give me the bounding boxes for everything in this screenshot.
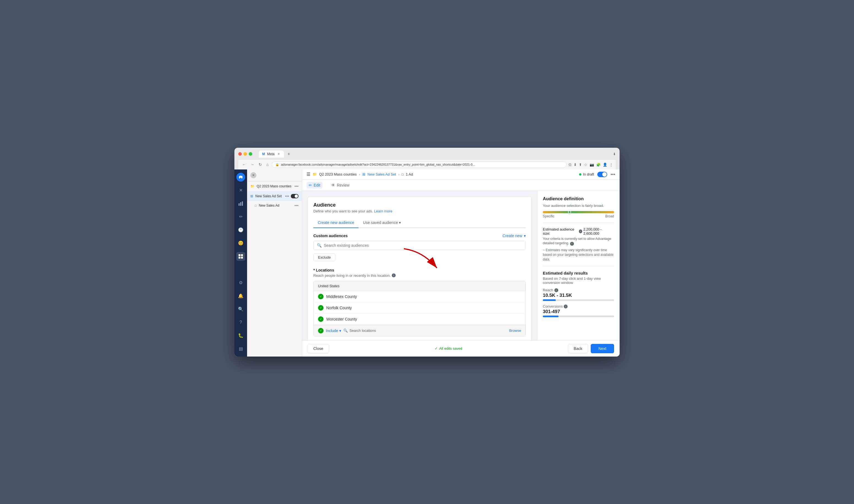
forward-nav-button[interactable]: →	[249, 162, 255, 167]
extensions-icon[interactable]: 🧩	[596, 163, 601, 167]
locations-section: * Locations Reach people living in or re…	[313, 268, 526, 337]
ad-icon: □	[255, 204, 257, 207]
estimate-note: ~ Estimates may vary significantly over …	[543, 248, 614, 262]
back-nav-button[interactable]: ←	[241, 162, 247, 167]
reach-info-icon[interactable]: i	[555, 288, 558, 292]
browser-menu-icon[interactable]: ⋮	[610, 163, 613, 167]
close-button[interactable]: Close	[308, 344, 329, 353]
sidebar-bug-icon[interactable]: 🐛	[236, 331, 245, 340]
tab-close-icon[interactable]: ✕	[277, 152, 280, 156]
est-size-value: 2,200,000 - 2,600,000	[583, 227, 614, 235]
back-button[interactable]: Back	[568, 344, 588, 353]
share-icon[interactable]: ⬆	[579, 163, 582, 167]
sidebar-grid-icon[interactable]	[236, 252, 245, 261]
conversions-bar-fill	[543, 316, 559, 317]
sidebar-face-icon[interactable]: 😊	[236, 239, 245, 248]
breadcrumb-adset[interactable]: New Sales Ad Set	[367, 172, 396, 176]
home-nav-button[interactable]: ⌂	[265, 162, 270, 167]
sidebar-search-icon[interactable]: 🔍	[236, 305, 245, 313]
sidebar-help-icon[interactable]: ?	[236, 318, 245, 327]
tab-create-new-audience[interactable]: Create new audience	[313, 218, 359, 228]
custom-audiences-header: Custom audiences Create new ▾	[313, 234, 526, 238]
create-new-chevron: ▾	[524, 234, 526, 238]
tab-use-saved-audience[interactable]: Use saved audience ▾	[359, 218, 405, 228]
location-name-worcester: Worcester County	[326, 317, 357, 321]
collapse-sidebar-icon[interactable]: ☰	[307, 172, 310, 177]
locations-info-icon[interactable]: i	[392, 273, 396, 277]
address-bar-row: ← → ↻ ⌂ 🔒 adsmanager.facebook.com/adsman…	[238, 160, 616, 169]
url-text: adsmanager.facebook.com/adsmanager/manag…	[281, 163, 563, 166]
create-new-button[interactable]: Create new ▾	[503, 234, 526, 238]
location-item-worcester: ✓ Worcester County	[314, 313, 526, 325]
sidebar-close-button[interactable]: ✕	[250, 172, 256, 178]
sidebar-panels-icon[interactable]: ▤	[236, 344, 245, 353]
save-status: ✓ All edits saved	[435, 346, 462, 350]
status-toggle[interactable]	[597, 172, 607, 177]
saved-audience-chevron: ▾	[399, 220, 401, 225]
refresh-nav-button[interactable]: ↻	[257, 162, 263, 167]
campaign-sidebar-header: ✕	[247, 169, 302, 181]
learn-more-link[interactable]: Learn more	[374, 209, 392, 213]
est-size-info-icon[interactable]: i	[579, 230, 582, 233]
create-new-label: Create new	[503, 234, 522, 238]
bottom-bar: Close ✓ All edits saved Back Next	[302, 340, 620, 357]
address-bar[interactable]: 🔒 adsmanager.facebook.com/adsmanager/man…	[272, 161, 566, 168]
audience-title: Audience	[313, 202, 526, 208]
criteria-note: Your criteria is currently set to allow …	[543, 237, 614, 246]
breadcrumb: ☰ 📁 Q2 2023 Mass counties › ⊞ New Sales …	[307, 172, 413, 177]
sidebar-chart-icon[interactable]	[236, 199, 245, 208]
audience-definition-title: Audience definition	[543, 196, 614, 201]
svg-rect-6	[238, 254, 240, 256]
exclude-button[interactable]: Exclude	[313, 253, 335, 262]
active-tab[interactable]: M Meta ✕	[259, 150, 284, 158]
sidebar-close-icon[interactable]: ✕	[236, 186, 245, 195]
location-check-icon: ✓	[318, 305, 324, 311]
adset-item[interactable]: ⊞ New Sales Ad Set •••	[247, 191, 302, 201]
download-icon[interactable]: ⬇	[574, 163, 577, 167]
edit-label: Edit	[314, 183, 320, 187]
adset-more-icon[interactable]: •••	[285, 194, 289, 198]
adset-toggle[interactable]	[291, 194, 298, 198]
more-options-icon[interactable]: •••	[611, 172, 615, 177]
status-badge: In draft	[579, 172, 594, 176]
locations-box: United States ✓ Middlesex County ✓ Norfo…	[313, 281, 526, 337]
ad-item[interactable]: □ New Sales Ad •••	[247, 201, 302, 210]
sidebar-bell-icon[interactable]: 🔔	[236, 292, 245, 301]
main-panel-wrapper: Audience Define who you want to see your…	[302, 191, 537, 340]
profile-icon[interactable]: 👤	[603, 163, 607, 167]
audience-search-box[interactable]: 🔍	[313, 241, 526, 250]
new-tab-button[interactable]: +	[286, 151, 292, 157]
minimize-window-button[interactable]	[243, 152, 247, 156]
edit-button[interactable]: ✏ Edit	[307, 182, 323, 188]
camera-icon[interactable]: 📷	[589, 163, 594, 167]
audience-search-input[interactable]	[324, 243, 522, 248]
location-search: 🔍 Search locations	[343, 328, 507, 332]
campaign-more-icon[interactable]: •••	[294, 184, 298, 188]
close-window-button[interactable]	[238, 152, 242, 156]
review-button[interactable]: 👁 Review	[329, 182, 351, 188]
meta-logo[interactable]	[236, 173, 245, 182]
ad-more-icon[interactable]: •••	[294, 203, 298, 208]
sidebar-settings-icon[interactable]: ⚙	[236, 278, 245, 287]
star-icon[interactable]: ☆	[584, 163, 587, 167]
location-search-icon: 🔍	[343, 328, 348, 332]
conversions-bar-bg	[543, 316, 614, 317]
criteria-info-icon[interactable]: i	[570, 242, 574, 246]
sidebar-edit-icon[interactable]: ✏	[236, 212, 245, 221]
browse-button[interactable]: Browse	[509, 328, 521, 332]
include-dropdown[interactable]: Include ▾	[326, 328, 341, 333]
conversions-info-icon[interactable]: i	[564, 305, 568, 308]
maximize-window-button[interactable]	[249, 152, 252, 156]
conversions-label: Conversions i	[543, 304, 614, 308]
next-button[interactable]: Next	[591, 344, 614, 353]
conversions-value: 301-497	[543, 309, 614, 314]
reach-value: 10.5K - 31.5K	[543, 293, 614, 298]
status-dot	[579, 173, 581, 176]
campaign-item[interactable]: 📁 Q2 2023 Mass counties •••	[247, 181, 302, 191]
maximize-icon[interactable]: ⬇	[613, 152, 616, 156]
divider-2	[543, 266, 614, 266]
specific-label: Specific	[543, 214, 555, 218]
location-check-icon: ✓	[318, 294, 324, 299]
sidebar-clock-icon[interactable]: 🕐	[236, 226, 245, 234]
spectrum-labels: Specific Broad	[543, 214, 614, 218]
